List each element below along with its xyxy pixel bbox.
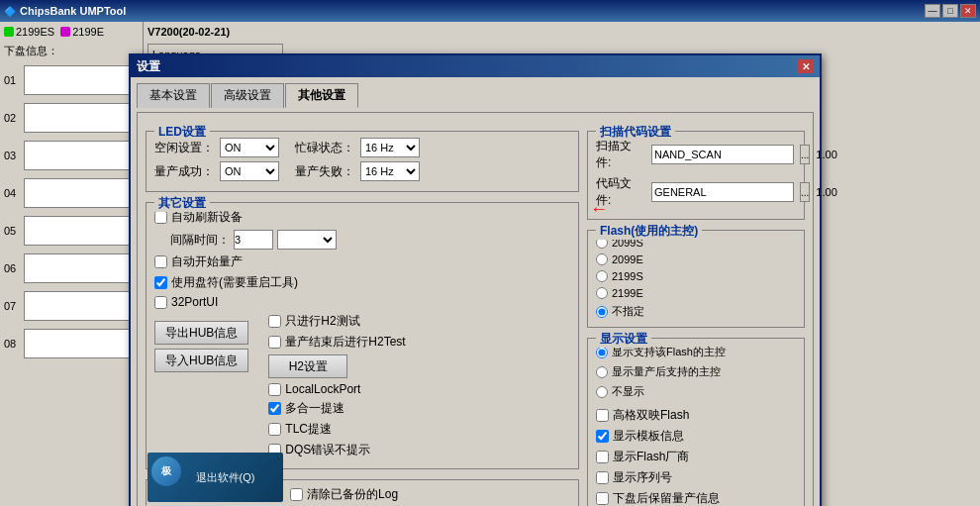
- flash-2099e-radio[interactable]: [596, 253, 608, 265]
- clear-log-checkbox[interactable]: [290, 488, 303, 501]
- display-section: 显示设置 显示支持该Flash的主控 显示量产后支持的主控: [587, 338, 805, 506]
- settings-dialog: 设置 ✕ 基本设置 高级设置 其他设置 LED设置: [129, 53, 822, 506]
- slot-item-05: 05: [4, 213, 139, 249]
- flash-2199e-label: 2199E: [612, 287, 643, 299]
- tab-advanced-settings[interactable]: 高级设置: [211, 83, 284, 108]
- tab-other-settings[interactable]: 其他设置: [285, 83, 358, 108]
- code-file-row: 代码文件: ... 1.00: [596, 175, 796, 209]
- dialog-tabs: 基本设置 高级设置 其他设置: [137, 83, 814, 108]
- code-file-num: 1.00: [816, 186, 845, 198]
- only-h2-check: 只进行H2测试: [268, 313, 405, 330]
- flash-2099e: 2099E: [596, 253, 796, 265]
- maximize-button[interactable]: □: [942, 4, 958, 18]
- watermark-logo: 极: [151, 456, 181, 486]
- display-none: 不显示: [596, 384, 796, 399]
- other-section-label: 其它设置: [154, 195, 210, 212]
- exit-wrapper: 极 退出软件(Q): [147, 447, 283, 502]
- indicator-2199e: 2199E: [60, 26, 104, 38]
- display-section-label: 显示设置: [596, 331, 651, 348]
- port32-label: 32PortUI: [171, 295, 218, 309]
- other-right-checks: 只进行H2测试 量产结束后进行H2Test H2设置: [268, 313, 405, 462]
- led-success-label: 量产成功：: [154, 163, 214, 180]
- dialog-body: 基本设置 高级设置 其他设置 LED设置 空闲设置：: [131, 77, 820, 506]
- tlc-speed-label: TLC提速: [285, 421, 332, 438]
- dialog-title-bar: 设置 ✕: [131, 55, 820, 77]
- flash-2199e-radio[interactable]: [596, 287, 608, 299]
- minimize-button[interactable]: —: [925, 4, 940, 18]
- scan-file-row: 扫描文件: ... 1.00: [596, 138, 796, 171]
- high-dual-flash-checkbox[interactable]: [596, 409, 609, 422]
- exit-button[interactable]: 退出软件(Q): [196, 470, 255, 485]
- slot-box-06: [24, 253, 139, 283]
- led-fail-select[interactable]: 16 Hz8 Hz4 Hz2 Hz1 Hz: [360, 161, 420, 181]
- flash-2199s-radio[interactable]: [596, 270, 608, 282]
- show-serial-check: 显示序列号: [596, 469, 720, 486]
- display-support-radio[interactable]: [596, 347, 608, 358]
- flash-unspecified-radio[interactable]: [596, 306, 608, 318]
- slot-box-03: [24, 141, 139, 170]
- local-lock-checkbox[interactable]: [268, 383, 281, 396]
- other-section-columns: 导出HUB信息 导入HUB信息 只进行H2测试: [154, 313, 570, 462]
- tlc-speed-check: TLC提速: [268, 421, 405, 438]
- flash-2099e-label: 2099E: [612, 253, 643, 265]
- scan-file-input[interactable]: [651, 145, 794, 164]
- show-flash-vendor-label: 显示Flash厂商: [613, 449, 689, 465]
- left-sidebar: 2199ES 2199E 下盘信息： 01 02 03 04: [0, 22, 144, 506]
- slot-item-08: 08: [4, 326, 139, 361]
- slot-box-04: [24, 178, 139, 208]
- export-hub-button[interactable]: 导出HUB信息: [154, 321, 248, 345]
- flash-section-label: Flash(使用的主控): [596, 223, 702, 240]
- mass-h2test-checkbox[interactable]: [268, 336, 281, 349]
- interval-input[interactable]: [234, 230, 273, 250]
- port32-checkbox[interactable]: [154, 296, 167, 309]
- use-symbol-label: 使用盘符(需要重启工具): [171, 274, 298, 291]
- multi-speed-checkbox[interactable]: [268, 402, 281, 415]
- indicator-dot-purple: [60, 27, 70, 37]
- led-section-label: LED设置: [154, 124, 210, 141]
- led-success-select[interactable]: ONOFF: [220, 161, 279, 181]
- app-body: 2199ES 2199E 下盘信息： 01 02 03 04: [0, 22, 980, 506]
- tab-basic-settings[interactable]: 基本设置: [137, 83, 210, 108]
- show-serial-checkbox[interactable]: [596, 471, 609, 484]
- only-h2-label: 只进行H2测试: [285, 313, 359, 330]
- clear-log-check: 清除已备份的Log: [290, 486, 398, 503]
- led-success-row: 量产成功： ONOFF 量产失败： 16 Hz8 Hz4 Hz2 Hz1 Hz: [154, 161, 570, 181]
- slot-item-06: 06: [4, 251, 139, 286]
- auto-refresh-checkbox[interactable]: [154, 211, 167, 224]
- close-button[interactable]: ✕: [960, 4, 976, 18]
- code-file-input[interactable]: [651, 182, 794, 202]
- dialog-overlay: 设置 ✕ 基本设置 高级设置 其他设置 LED设置: [129, 44, 851, 506]
- slot-num-05: 05: [4, 225, 20, 237]
- save-after-down-checkbox[interactable]: [596, 492, 609, 505]
- flash-radio-group: 2099S 2099E 2199S: [596, 237, 796, 321]
- led-idle-label: 空闲设置：: [154, 140, 214, 156]
- use-symbol-checkbox[interactable]: [154, 276, 167, 289]
- auto-refresh-check: 自动刷新设备: [154, 209, 570, 226]
- slot-box-07: [24, 291, 139, 321]
- high-dual-flash-check: 高格双映Flash: [596, 407, 720, 424]
- local-lock-label: LocalLockPort: [285, 382, 360, 396]
- code-file-browse[interactable]: ...: [800, 182, 810, 202]
- scan-file-browse[interactable]: ...: [800, 145, 810, 164]
- slot-num-06: 06: [4, 262, 20, 274]
- display-after-mass-radio[interactable]: [596, 366, 608, 378]
- display-after-mass-label: 显示量产后支持的主控: [612, 364, 721, 379]
- led-busy-select[interactable]: 16 Hz8 Hz4 Hz2 Hz1 Hz: [360, 138, 420, 157]
- slot-item-01: 01: [4, 62, 139, 98]
- import-hub-button[interactable]: 导入HUB信息: [154, 349, 248, 372]
- h2-settings-button[interactable]: H2设置: [268, 354, 347, 378]
- indicator-label-2199es: 2199ES: [16, 26, 54, 38]
- interval-select[interactable]: [277, 230, 337, 250]
- only-h2-checkbox[interactable]: [268, 315, 281, 328]
- led-idle-select[interactable]: ONOFF: [220, 138, 279, 157]
- tlc-speed-checkbox[interactable]: [268, 423, 281, 436]
- auto-start-checkbox[interactable]: [154, 255, 167, 268]
- show-template-checkbox[interactable]: [596, 430, 609, 443]
- window-controls: — □ ✕: [925, 4, 976, 18]
- slot-num-04: 04: [4, 187, 20, 199]
- display-none-radio[interactable]: [596, 386, 608, 398]
- show-flash-vendor-checkbox[interactable]: [596, 451, 609, 463]
- slot-item-03: 03: [4, 138, 139, 173]
- dialog-close-button[interactable]: ✕: [798, 59, 814, 73]
- multi-speed-label: 多合一提速: [285, 400, 344, 417]
